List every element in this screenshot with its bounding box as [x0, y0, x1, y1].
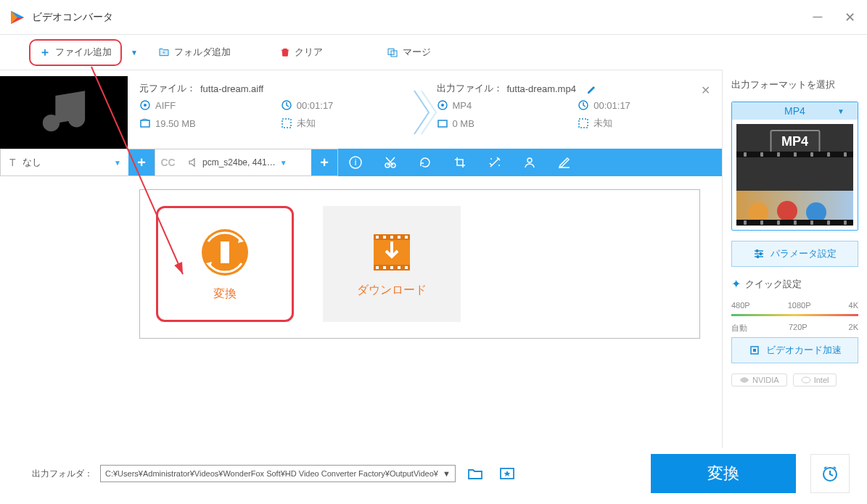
watermark-tool[interactable] [512, 149, 547, 176]
remove-file-button[interactable]: ✕ [701, 83, 710, 97]
merge-label: マージ [403, 46, 431, 59]
open-folder-button[interactable] [463, 461, 488, 486]
cc-button[interactable]: CC [155, 149, 181, 175]
svg-rect-33 [390, 236, 393, 239]
svg-rect-36 [376, 266, 379, 269]
output-format-label: 出力フォーマットを選択 [731, 78, 858, 91]
res-4k: 4K [849, 301, 858, 310]
clear-label: クリア [295, 46, 323, 59]
svg-point-50 [802, 377, 810, 383]
convert-card[interactable]: 変換 [156, 206, 294, 322]
audio-codec-value: pcm_s24be, 441… [202, 157, 276, 168]
out-resolution: 未知 [593, 117, 612, 130]
source-file-label: 元ファイル： [139, 82, 196, 95]
svg-rect-39 [398, 266, 400, 269]
effects-tool[interactable] [477, 149, 512, 176]
out-format: MP4 [453, 100, 472, 111]
gpu-accel-button[interactable]: ビデオカード加速 [731, 337, 858, 363]
svg-rect-32 [383, 236, 386, 239]
src-resolution: 未知 [297, 117, 316, 130]
source-file-name: futta-dream.aiff [200, 83, 263, 94]
add-file-label: ファイル追加 [55, 46, 112, 59]
format-icon [139, 99, 151, 111]
clear-button[interactable]: クリア [280, 46, 323, 59]
info-tool[interactable]: i [338, 149, 373, 176]
svg-rect-46 [760, 252, 762, 255]
svg-rect-31 [376, 236, 379, 239]
size-icon [139, 117, 151, 129]
chevron-down-icon: ▼ [837, 107, 845, 115]
svg-text:T: T [9, 157, 16, 168]
convert-icon [200, 227, 250, 278]
subtitle-track-value: なし [22, 156, 41, 169]
svg-rect-26 [217, 241, 221, 263]
file-thumbnail[interactable] [0, 76, 128, 149]
action-bar: T なし ▼ + CC pcm_s24be, 441… ▼ + i [0, 149, 722, 176]
file-item: 元ファイル： futta-dream.aiff AIFF 00:01:17 19… [0, 70, 722, 149]
cut-tool[interactable] [373, 149, 408, 176]
convert-button[interactable]: 変換 [651, 454, 796, 493]
quality-slider[interactable]: 480P 1080P 4K 自動 720P 2K [731, 301, 858, 327]
svg-rect-15 [579, 119, 588, 128]
output-folder-select[interactable]: C:¥Users¥Administrator¥Videos¥WonderFox … [100, 465, 456, 482]
svg-text:i: i [355, 157, 357, 168]
rotate-tool[interactable] [408, 149, 443, 176]
add-subtitle-button[interactable]: + [128, 149, 155, 175]
rename-button[interactable] [586, 83, 596, 94]
schedule-button[interactable] [810, 454, 850, 493]
output-file-name: futta-dream.mp4 [507, 83, 576, 94]
edit-tool[interactable] [547, 149, 582, 176]
svg-point-7 [144, 104, 147, 107]
favorites-button[interactable] [495, 461, 519, 486]
app-logo-icon [9, 9, 26, 26]
download-card[interactable]: ダウンロード [323, 206, 461, 322]
svg-rect-49 [753, 349, 756, 352]
svg-rect-45 [756, 249, 758, 252]
convert-card-label: 変換 [213, 286, 237, 302]
chevron-down-icon: ▼ [280, 159, 287, 167]
speaker-icon [188, 157, 198, 168]
text-icon: T [8, 157, 18, 168]
clock-icon [281, 99, 292, 111]
out-duration: 00:01:17 [593, 100, 630, 111]
chevron-down-icon: ▼ [443, 469, 451, 478]
conversion-arrow-icon [411, 83, 440, 141]
minimize-button[interactable]: ─ [809, 9, 826, 26]
merge-icon [387, 46, 398, 58]
svg-text:+: + [163, 50, 165, 55]
add-audio-button[interactable]: + [311, 149, 337, 175]
nvidia-badge: NVIDIA [731, 373, 787, 387]
merge-button[interactable]: マージ [387, 46, 431, 59]
svg-rect-35 [405, 236, 408, 239]
output-file-label: 出力ファイル： [437, 82, 503, 95]
svg-point-22 [498, 165, 500, 166]
subtitle-track-select[interactable]: T なし ▼ [1, 149, 128, 175]
svg-rect-40 [405, 266, 408, 269]
audio-track-select[interactable]: pcm_s24be, 441… ▼ [181, 149, 311, 175]
res-720p: 720P [789, 323, 808, 334]
add-file-button[interactable]: ＋ ファイル追加 [29, 39, 122, 66]
close-button[interactable]: ✕ [841, 9, 858, 26]
parameter-settings-button[interactable]: パラメータ設定 [731, 241, 858, 267]
quick-settings-label: クイック設定 [745, 278, 802, 291]
parameter-settings-label: パラメータ設定 [771, 247, 837, 260]
res-1080p: 1080P [788, 301, 811, 310]
add-folder-label: フォルダ追加 [174, 46, 231, 59]
format-thumbnail: MP4 [736, 124, 853, 226]
output-format-button[interactable]: MP4 ▼ MP4 [731, 102, 858, 231]
res-2k: 2K [849, 323, 858, 334]
add-folder-button[interactable]: + フォルダ追加 [158, 46, 231, 59]
res-auto: 自動 [731, 323, 747, 334]
add-file-dropdown[interactable]: ▼ [131, 49, 138, 57]
music-note-icon [38, 87, 89, 138]
src-size: 19.50 MB [155, 118, 196, 129]
drop-zone[interactable]: 変換 ダウンロード [139, 189, 700, 339]
clock-icon [578, 99, 589, 111]
intel-badge: Intel [793, 373, 837, 387]
svg-point-5 [70, 112, 83, 125]
crop-tool[interactable] [443, 149, 477, 176]
svg-point-4 [45, 117, 58, 130]
svg-rect-1 [282, 51, 287, 56]
output-folder-path: C:¥Users¥Administrator¥Videos¥WonderFox … [105, 469, 438, 478]
format-name: MP4 [784, 105, 805, 117]
